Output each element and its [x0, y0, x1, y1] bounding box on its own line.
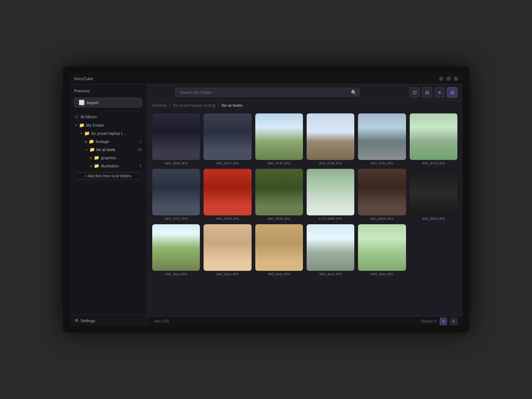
breadcrumb-current: for ai tools: [222, 103, 242, 108]
close-button[interactable]: ✕: [454, 76, 458, 81]
restore-button[interactable]: ❐: [446, 76, 451, 81]
photo-item-p17[interactable]: IMG_8xxx.JPG: [358, 224, 406, 276]
search-icon: 🔍: [351, 90, 357, 95]
photo-item-p11[interactable]: IMG_8656.JPG: [358, 169, 406, 221]
previous-button[interactable]: Previous: [74, 87, 142, 95]
photo-label-p7: IMG_8757.JPG: [165, 217, 188, 221]
illustration-count: 5: [139, 164, 141, 168]
photo-label-p10: LOTL4868.JPG: [319, 217, 342, 221]
photo-item-p6[interactable]: IMG_8753.JPG: [410, 113, 457, 165]
title-bar-controls: — ❐ ✕: [439, 76, 458, 81]
photo-label-p17: IMG_8xxx.JPG: [371, 272, 393, 276]
monitor-view-button[interactable]: ⊡: [409, 87, 420, 98]
photo-item-p3[interactable]: IMG_8747.JPG: [255, 113, 303, 165]
photo-item-p2[interactable]: IMG_8570.JPG: [204, 113, 251, 165]
sidebar-item-my-folder[interactable]: ▼ 📁 My Folder: [69, 121, 147, 129]
photo-label-p2: IMG_8570.JPG: [216, 161, 239, 165]
ai-tools-folder-icon: 📁: [89, 147, 95, 152]
main-content: 🔍 ⊡ ⊟ ≡ ⊞ Desktop / for proart laptop te…: [147, 84, 463, 326]
ai-tools-label: for ai tools: [96, 147, 115, 152]
import-icon: ⬜: [79, 100, 85, 105]
photo-label-p4: IMG_8748.JPG: [319, 161, 342, 165]
photo-item-p12[interactable]: IMG_8304.JPG: [410, 169, 457, 221]
display-list-button[interactable]: ≡: [450, 318, 457, 325]
laptop-bezel: StoryCube — ❐ ✕ Previous ⬜ Import: [63, 66, 469, 332]
toolbar-right: ⊡ ⊟ ≡ ⊞: [409, 87, 457, 98]
footage-label: footage: [96, 139, 109, 144]
proart-folder-icon: 📁: [84, 131, 90, 136]
photo-label-p14: IMG_8xxx.JPG: [216, 272, 239, 276]
breadcrumb-desktop[interactable]: Desktop: [152, 103, 167, 108]
sort-button[interactable]: ≡: [434, 87, 445, 98]
chevron-down-icon: ▼: [80, 132, 83, 135]
graphics-label: graphics: [101, 156, 116, 160]
sidebar-item-footage[interactable]: ▶ 📁 footage 2: [69, 137, 147, 146]
filter-button[interactable]: ⊟: [422, 87, 432, 98]
my-folder-label: My Folder: [86, 123, 104, 127]
search-input[interactable]: [175, 88, 360, 97]
photo-label-p6: IMG_8753.JPG: [422, 161, 445, 165]
photo-label-p16: IMG_8xxx.JPG: [319, 272, 342, 276]
minimize-button[interactable]: —: [439, 76, 443, 81]
sidebar-item-ai-album[interactable]: ◇ AI Album: [69, 112, 147, 121]
sidebar-item-graphics[interactable]: ▶ 📁 graphics: [69, 154, 147, 162]
import-label: Import: [87, 100, 98, 105]
photo-label-p9: IMG_8530.JPG: [267, 217, 290, 221]
search-container: 🔍: [175, 88, 360, 97]
footage-folder-icon: 📁: [89, 139, 94, 144]
graphics-folder-icon: 📁: [94, 155, 99, 160]
photo-label-p3: IMG_8747.JPG: [267, 161, 290, 165]
photo-item-p7[interactable]: IMG_8757.JPG: [152, 169, 200, 221]
ai-tools-count: 39: [137, 148, 141, 152]
chevron-down-icon: ▼: [75, 124, 78, 127]
photo-item-p9[interactable]: IMG_8530.JPG: [255, 169, 303, 221]
item-count: · Item (39): [152, 319, 169, 323]
display-in-label: Display in: [421, 319, 437, 323]
sidebar-top: Previous ⬜ Import: [69, 87, 147, 110]
photo-label-p15: IMG_8xxx.JPG: [268, 272, 290, 276]
photo-item-p13[interactable]: IMG_8xxx.JPG: [152, 224, 200, 276]
photo-label-p12: IMG_8304.JPG: [422, 217, 445, 221]
photo-item-p15[interactable]: IMG_8xxx.JPG: [255, 224, 303, 276]
footage-count: 2: [139, 140, 141, 144]
photo-label-p13: IMG_8xxx.JPG: [165, 272, 187, 276]
sidebar-item-illustration[interactable]: ▶ 📁 illustration 5: [69, 162, 147, 170]
chevron-right-icon: ▶: [90, 156, 92, 160]
toolbar: 🔍 ⊡ ⊟ ≡ ⊞: [147, 84, 463, 101]
sidebar-item-proart-folder[interactable]: ▼ 📁 for proart laptop t...: [69, 129, 147, 137]
photo-grid: IMG_8568.JPGIMG_8570.JPGIMG_8747.JPGIMG_…: [147, 110, 463, 316]
photo-item-p4[interactable]: IMG_8748.JPG: [307, 113, 354, 165]
sidebar-item-for-ai-tools[interactable]: ▼ 📁 for ai tools 39: [69, 146, 147, 154]
photo-item-p1[interactable]: IMG_8568.JPG: [152, 113, 200, 165]
photo-item-p16[interactable]: IMG_8xxx.JPG: [307, 224, 354, 276]
photo-label-p11: IMG_8656.JPG: [371, 217, 393, 221]
ai-album-label: AI Album: [81, 115, 97, 119]
title-bar: StoryCube — ❐ ✕: [69, 73, 463, 84]
breadcrumb-sep-1: /: [170, 103, 172, 108]
illustration-label: illustration: [101, 164, 119, 168]
chevron-right-icon: ▶: [90, 164, 92, 168]
photo-label-p5: IMG_8751.JPG: [371, 161, 393, 165]
illustration-folder-icon: 📁: [94, 163, 99, 168]
sidebar-bottom: ⚙ Settings: [69, 315, 147, 326]
breadcrumb: Desktop / for proart laptop testing / fo…: [147, 101, 463, 110]
status-right: Display in ⊞ ≡: [421, 318, 457, 325]
settings-item[interactable]: ⚙ Settings: [75, 318, 141, 323]
grid-view-button[interactable]: ⊞: [447, 87, 457, 98]
photo-label-p8: IMG_8758.JPG: [216, 217, 239, 221]
screen: StoryCube — ❐ ✕ Previous ⬜ Import: [69, 73, 463, 326]
add-files-button[interactable]: + Add files from local folders: [74, 172, 142, 180]
photo-item-p10[interactable]: LOTL4868.JPG: [307, 169, 354, 221]
status-bar: · Item (39) Display in ⊞ ≡: [147, 316, 463, 326]
photo-item-p5[interactable]: IMG_8751.JPG: [358, 113, 406, 165]
photo-item-p8[interactable]: IMG_8758.JPG: [204, 169, 251, 221]
import-button[interactable]: ⬜ Import: [74, 98, 142, 108]
photo-item-p14[interactable]: IMG_8xxx.JPG: [204, 224, 251, 276]
display-grid-button[interactable]: ⊞: [440, 318, 447, 325]
breadcrumb-proart[interactable]: for proart laptop testing: [174, 103, 215, 108]
ai-album-icon: ◇: [75, 114, 78, 119]
photo-label-p1: IMG_8568.JPG: [165, 161, 188, 165]
sidebar-nav: ◇ AI Album ▼ 📁 My Folder ▼ 📁 for proart …: [69, 110, 147, 315]
proart-folder-label: for proart laptop t...: [91, 131, 126, 136]
chevron-right-icon: ▶: [85, 140, 87, 143]
